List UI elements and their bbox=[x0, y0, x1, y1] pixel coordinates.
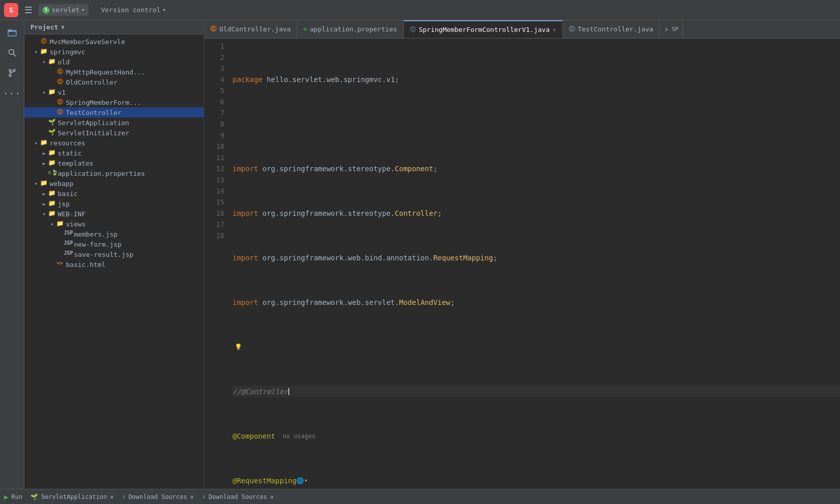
tree-label: static bbox=[58, 149, 82, 157]
tree-item-old[interactable]: ▾ 📁 old bbox=[24, 57, 204, 67]
tree-item-basic-html[interactable]: <> basic.html bbox=[24, 259, 204, 269]
svg-line-2 bbox=[13, 54, 16, 57]
folder-icon: 📁 bbox=[48, 88, 56, 96]
tree-item-templates[interactable]: ► 📁 templates bbox=[24, 158, 204, 168]
close-icon-1[interactable]: ✕ bbox=[110, 493, 113, 500]
tree-item-newform-jsp[interactable]: JSP new-form.jsp bbox=[24, 239, 204, 249]
tree-label: members.jsp bbox=[74, 230, 118, 238]
tree-item-basic[interactable]: ► 📁 basic bbox=[24, 188, 204, 199]
download-sources-1[interactable]: ⬇ Download Sources ✕ bbox=[122, 493, 194, 500]
cursor bbox=[288, 388, 289, 395]
tree-arrow: ► bbox=[41, 161, 48, 166]
folder-icon: 📁 bbox=[40, 179, 48, 187]
line-numbers: 1 2 3 4 5 6 7 8 9 10 11 12 13 14 15 16 1… bbox=[204, 38, 228, 489]
close-icon-2[interactable]: ✕ bbox=[190, 493, 194, 500]
tree-arrow: ▾ bbox=[41, 59, 48, 65]
keyword: import bbox=[233, 163, 258, 174]
tree-item-views[interactable]: ▾ 📁 views bbox=[24, 219, 204, 229]
tree-label: OldController bbox=[66, 79, 118, 86]
main-layout: ··· Project ∨ Ⓒ MvcMemberSaveServle ▾ 📁 … bbox=[0, 20, 840, 489]
download-label-2: Download Sources bbox=[209, 493, 268, 500]
tree-arrow: ▾ bbox=[49, 221, 56, 227]
project-tree[interactable]: Ⓒ MvcMemberSaveServle ▾ 📁 springmvc ▾ 📁 … bbox=[24, 34, 204, 489]
logo-letter: S bbox=[9, 6, 13, 14]
code-text: org.springframework.stereotype. bbox=[258, 163, 395, 174]
tree-label: basic.html bbox=[66, 261, 105, 268]
sidebar-icon-search[interactable] bbox=[4, 45, 20, 61]
tree-item-myhttprequest[interactable]: Ⓒ MyHttpRequestHand... bbox=[24, 67, 204, 77]
editor-area: Ⓒ OldController.java ⚙ application.prope… bbox=[204, 20, 840, 489]
tree-arrow: ► bbox=[41, 150, 48, 156]
tree-item-saveresult-jsp[interactable]: JSP save-result.jsp bbox=[24, 249, 204, 259]
tab-icon: ⚙ bbox=[303, 26, 307, 32]
tab-test-controller[interactable]: Ⓒ TestController.java bbox=[563, 20, 660, 38]
tree-item-springmemberform[interactable]: Ⓒ SpringMemberForm... bbox=[24, 97, 204, 107]
tree-arrow: ▾ bbox=[32, 140, 40, 146]
tree-label: views bbox=[66, 220, 86, 228]
file-icon-c: Ⓒ bbox=[56, 68, 64, 76]
code-content[interactable]: package hello.servlet.web.springmvc.v1; … bbox=[228, 38, 840, 489]
run-button[interactable]: ▶ Run bbox=[4, 493, 22, 501]
project-label: Project bbox=[30, 23, 58, 31]
servlet-app-item[interactable]: 🌱 ServletApplication ✕ bbox=[30, 493, 113, 500]
tree-label: application.properties bbox=[58, 170, 145, 177]
tab-icon: Ⓒ bbox=[410, 25, 416, 34]
tree-label: MvcMemberSaveServle bbox=[50, 38, 125, 46]
folder-icon: 📁 bbox=[56, 220, 64, 228]
sidebar-icon-git[interactable] bbox=[4, 65, 20, 81]
tree-arrow: ► bbox=[41, 191, 48, 197]
project-chevron: ▾ bbox=[82, 7, 85, 13]
code-editor[interactable]: 1 2 3 4 5 6 7 8 9 10 11 12 13 14 15 16 1… bbox=[204, 38, 840, 489]
tab-spring-member-form[interactable]: Ⓒ SpringMemberFormControllerV1.java ✕ bbox=[404, 20, 563, 38]
tree-item-v1[interactable]: ▾ 📁 v1 bbox=[24, 87, 204, 97]
tree-item-resources[interactable]: ▾ 📁 resources bbox=[24, 138, 204, 148]
tab-close-button[interactable]: ✕ bbox=[553, 26, 556, 33]
code-text: org.springframework.web.servlet. bbox=[258, 297, 399, 308]
tree-item-static[interactable]: ► 📁 static bbox=[24, 148, 204, 158]
sidebar-icon-more[interactable]: ··· bbox=[4, 85, 20, 101]
tree-item-jsp-folder[interactable]: ► 📁 jsp bbox=[24, 199, 204, 209]
sidebar-icon-folder[interactable] bbox=[4, 24, 20, 41]
tree-item-servletinitializer[interactable]: 🌱 ServletInitializer bbox=[24, 128, 204, 138]
file-icon-html: <> bbox=[56, 260, 64, 268]
code-line-6: import org.springframework.web.servlet.M… bbox=[233, 297, 840, 308]
tree-item-springmvc[interactable]: ▾ 📁 springmvc bbox=[24, 47, 204, 57]
vc-label: Version control bbox=[101, 6, 160, 14]
project-selector[interactable]: S servlet ▾ bbox=[39, 4, 89, 16]
tree-arrow: ▾ bbox=[41, 211, 48, 217]
tree-item-mvcmember[interactable]: Ⓒ MvcMemberSaveServle bbox=[24, 36, 204, 47]
code-line-1: package hello.servlet.web.springmvc.v1; bbox=[233, 74, 840, 85]
tree-arrow: ▾ bbox=[32, 181, 40, 186]
tab-old-controller[interactable]: Ⓒ OldController.java bbox=[204, 20, 297, 38]
close-icon-3[interactable]: ✕ bbox=[270, 493, 274, 500]
file-icon-jsp: JSP bbox=[64, 230, 72, 238]
tree-arrow: ► bbox=[41, 201, 48, 207]
annotation: @Component bbox=[233, 431, 275, 442]
left-icon-panel: ··· bbox=[0, 20, 24, 489]
code-text: ; bbox=[450, 297, 454, 308]
file-icon-c: Ⓒ bbox=[56, 98, 64, 106]
code-text: org.springframework.stereotype. bbox=[258, 208, 395, 219]
tree-item-oldcontroller[interactable]: Ⓒ OldController bbox=[24, 77, 204, 87]
tree-item-webapp[interactable]: ▾ 📁 webapp bbox=[24, 178, 204, 188]
tree-label: WEB-INF bbox=[58, 210, 86, 218]
tree-item-application-properties[interactable]: ⚙🍃 application.properties bbox=[24, 168, 204, 178]
code-text: ; bbox=[438, 208, 442, 219]
download-sources-2[interactable]: ⬇ Download Sources ✕ bbox=[202, 493, 274, 500]
tree-label: ServletApplication bbox=[58, 119, 129, 127]
chevron-icon: ▾ bbox=[304, 475, 308, 486]
tree-item-servletapp[interactable]: 🌱 ServletApplication bbox=[24, 118, 204, 128]
version-control[interactable]: Version control ▾ bbox=[101, 6, 166, 14]
tab-more[interactable]: › SP bbox=[660, 20, 683, 38]
tree-label: save-result.jsp bbox=[74, 251, 133, 258]
tree-item-testcontroller[interactable]: Ⓒ TestController bbox=[24, 107, 204, 118]
tab-application-properties[interactable]: ⚙ application.properties bbox=[297, 20, 404, 38]
download-icon-1: ⬇ bbox=[122, 493, 125, 500]
svg-point-5 bbox=[13, 69, 15, 71]
tree-label: v1 bbox=[58, 89, 66, 96]
menu-icon[interactable]: ☰ bbox=[24, 5, 32, 15]
tree-item-webinf[interactable]: ▾ 📁 WEB-INF bbox=[24, 209, 204, 219]
file-icon-c: Ⓒ bbox=[40, 37, 48, 46]
tree-item-members-jsp[interactable]: JSP members.jsp bbox=[24, 229, 204, 239]
code-text: hello.servlet.web.springmvc.v1; bbox=[262, 74, 399, 85]
